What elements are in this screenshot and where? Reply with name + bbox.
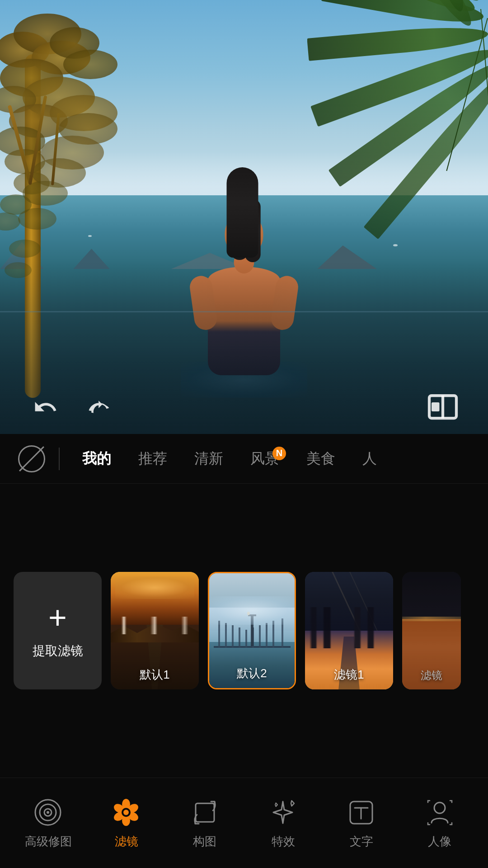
tab-divider [59,448,60,470]
filter-thumb-default2[interactable]: 默认2 [208,572,296,689]
nav-label-effect: 特效 [272,834,295,849]
pool-edge [0,311,488,312]
extract-filter-button[interactable]: + 提取滤镜 [14,572,102,689]
svg-point-15 [123,810,129,815]
plus-icon: + [48,602,67,633]
filter-label-3: 滤镜1 [305,667,393,683]
effect-icon [267,797,299,828]
bottom-navigation: 高级修图 滤镜 [0,778,488,868]
no-filter-button[interactable] [14,441,50,477]
target-icon [33,797,64,828]
filter-tab-recommend[interactable]: 推荐 [125,444,181,473]
filter-tabs-bar: 我的 推荐 清新 风景 N 美食 人 [0,434,488,484]
svg-rect-2 [432,402,440,411]
filter-label-4: 滤镜 [402,668,461,683]
nav-label-adjust: 高级修图 [25,834,72,849]
undo-redo-group [27,389,117,425]
filter-thumb-filter1[interactable]: 滤镜1 [305,572,393,689]
filter-icon [111,797,142,828]
filter-tab-portrait[interactable]: 人 [349,444,390,473]
bottom-panel: 我的 推荐 清新 风景 N 美食 人 + 提 [0,434,488,868]
filter-thumb-filter2[interactable]: 滤镜 [402,572,461,689]
nav-label-compose: 构图 [193,834,216,849]
nav-item-effect[interactable]: 特效 [244,797,322,849]
redo-button[interactable] [81,389,117,425]
text-icon [346,797,377,828]
nav-item-text[interactable]: 文字 [322,797,400,849]
nav-label-filter: 滤镜 [115,834,138,849]
filter-tab-landscape[interactable]: 风景 N [237,444,293,473]
nav-label-portrait: 人像 [428,834,451,849]
filter-thumb-default1[interactable]: 默认1 [111,572,199,689]
undo-button[interactable] [27,389,63,425]
nav-item-portrait[interactable]: 人像 [401,797,479,849]
filter-thumbnails-row: + 提取滤镜 默认1 [0,484,488,778]
boat-1 [88,235,92,237]
no-filter-icon [18,445,45,472]
nav-label-text: 文字 [350,834,373,849]
portrait-icon [424,797,455,828]
photo-area [0,0,488,434]
filter-tab-fresh[interactable]: 清新 [181,444,237,473]
nav-item-compose[interactable]: 构图 [166,797,244,849]
filter-label-2: 默认2 [209,665,295,681]
nav-item-adjust[interactable]: 高级修图 [9,797,87,849]
new-badge: N [272,447,286,460]
svg-point-19 [434,802,445,813]
action-buttons-bar [0,389,488,425]
boat-2 [393,244,398,246]
filter-tab-mine[interactable]: 我的 [69,444,125,473]
palm-tree-right [307,0,488,249]
extract-filter-label: 提取滤镜 [33,642,83,660]
filter-label-1: 默认1 [111,667,199,683]
compose-icon [189,797,221,828]
filter-tab-food[interactable]: 美食 [293,444,349,473]
svg-point-6 [47,811,49,814]
nav-item-filter[interactable]: 滤镜 [87,797,165,849]
svg-rect-16 [196,803,214,822]
compare-button[interactable] [425,389,461,425]
